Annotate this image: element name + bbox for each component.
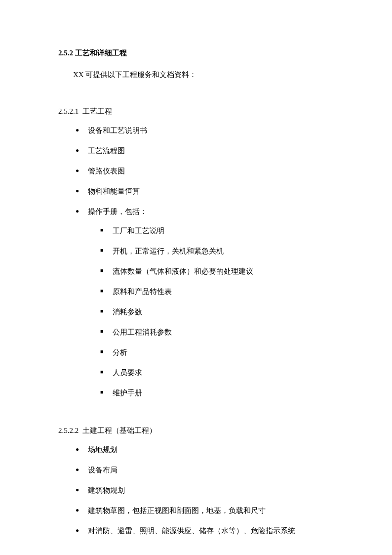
bullet-list: 场地规划 设备布局 建筑物规划 建筑物草图，包括正视图和剖面图，地基，负载和尺寸… — [58, 443, 338, 538]
square-list: 工厂和工艺说明 开机，正常运行，关机和紧急关机 流体数量（气体和液体）和必要的处… — [88, 224, 338, 400]
list-item: 场地规划 — [58, 443, 338, 457]
bullet-list: 设备和工艺说明书 工艺流程图 管路仪表图 物料和能量恒算 操作手册，包括： 工厂… — [58, 124, 338, 400]
list-item: 物料和能量恒算 — [58, 185, 338, 198]
list-item: 设备布局 — [58, 464, 338, 477]
subsection-number: 2.5.2.2 — [58, 427, 78, 434]
section-intro: XX 可提供以下工程服务和文档资料： — [58, 69, 338, 81]
list-item: 建筑物草图，包括正视图和剖面图，地基，负载和尺寸 — [58, 504, 338, 517]
section-title: 工艺和详细工程 — [75, 49, 127, 57]
subsection-heading: 2.5.2.1 工艺工程 — [58, 105, 338, 117]
sub-list-item: 原料和产品特性表 — [88, 285, 338, 299]
section-number: 2.5.2 — [58, 49, 73, 57]
section-heading: 2.5.2 工艺和详细工程 — [58, 47, 338, 59]
subsection-title: 工艺工程 — [82, 107, 112, 115]
list-item-text: 管路仪表图 — [88, 167, 125, 175]
sub-list-item: 流体数量（气体和液体）和必要的处理建议 — [88, 265, 338, 278]
list-item-text: 建筑物草图，包括正视图和剖面图，地基，负载和尺寸 — [88, 507, 266, 514]
list-item: 建筑物规划 — [58, 484, 338, 497]
subsection-number: 2.5.2.1 — [58, 107, 78, 115]
list-item-text: 操作手册，包括： — [88, 208, 147, 215]
sub-list-item: 维护手册 — [88, 386, 338, 400]
list-item-text: 物料和能量恒算 — [88, 187, 140, 195]
sub-list-item: 人员要求 — [88, 366, 338, 380]
list-item-text: 设备和工艺说明书 — [88, 127, 147, 134]
sub-list-item: 公用工程消耗参数 — [88, 326, 338, 339]
list-item: 管路仪表图 — [58, 165, 338, 178]
list-item-text: 场地规划 — [88, 446, 118, 454]
document-page: 2.5.2 工艺和详细工程 XX 可提供以下工程服务和文档资料： 2.5.2.1… — [0, 0, 392, 555]
list-item-text: 设备布局 — [88, 466, 118, 474]
sub-list-item: 工厂和工艺说明 — [88, 224, 338, 238]
list-item: 设备和工艺说明书 — [58, 124, 338, 137]
sub-list-item: 分析 — [88, 346, 338, 359]
subsection-title: 土建工程（基础工程） — [82, 427, 157, 434]
subsection-heading: 2.5.2.2 土建工程（基础工程） — [58, 425, 338, 436]
sub-list-item: 开机，正常运行，关机和紧急关机 — [88, 245, 338, 258]
list-item-text: 工艺流程图 — [88, 147, 125, 155]
list-item: 对消防、避雷、照明、能源供应、储存（水等）、危险指示系统 — [58, 524, 338, 538]
list-item: 操作手册，包括： 工厂和工艺说明 开机，正常运行，关机和紧急关机 流体数量（气体… — [58, 205, 338, 400]
list-item-text: 对消防、避雷、照明、能源供应、储存（水等）、危险指示系统 — [88, 527, 295, 535]
list-item: 工艺流程图 — [58, 144, 338, 158]
list-item-text: 建筑物规划 — [88, 486, 125, 494]
sub-list-item: 消耗参数 — [88, 305, 338, 319]
